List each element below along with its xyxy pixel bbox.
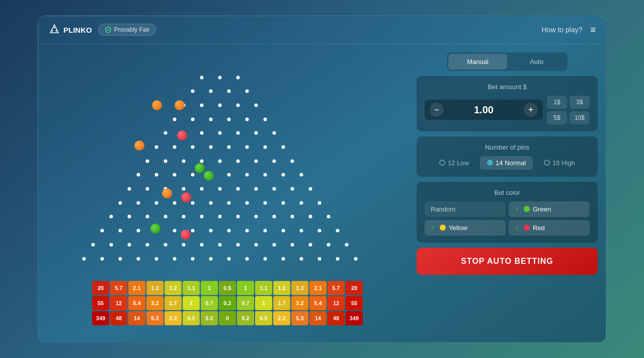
pin	[282, 173, 285, 177]
mult-cell: 2.2	[165, 311, 182, 325]
pin	[209, 257, 213, 260]
pin	[282, 145, 285, 149]
bet-color-label: Bet color	[425, 189, 590, 196]
right-panel: Manual Auto Bet amount $ − 1.00 + 1$3$5$…	[417, 52, 598, 334]
color-option-label: Red	[533, 224, 545, 232]
quick-bet-button-10$[interactable]: 10$	[570, 111, 590, 124]
mult-cell: 5.3	[146, 311, 164, 325]
mult-cell: 1	[201, 281, 218, 295]
mult-cell: 14	[309, 311, 327, 325]
quick-bet-button-1$[interactable]: 1$	[547, 96, 567, 109]
pin	[255, 131, 258, 135]
check-icon: ✓	[515, 205, 520, 212]
pin	[119, 257, 122, 260]
manual-tab[interactable]: Manual	[448, 54, 507, 69]
pin	[246, 90, 249, 93]
pin	[227, 257, 231, 260]
pin	[173, 201, 177, 204]
mult-cell: 1.2	[273, 281, 290, 295]
mult-cell: 0.5	[183, 311, 200, 325]
mult-cell: 3.2	[291, 296, 308, 310]
bet-input-area: − 1.00 +	[425, 100, 543, 120]
shield-icon	[105, 26, 112, 33]
pin	[318, 257, 321, 260]
color-grid: Random✓Green✓Yellow✓Red	[425, 201, 590, 236]
pin	[309, 243, 312, 246]
pin	[200, 187, 204, 191]
mult-cell: 0.7	[237, 296, 254, 310]
color-option-label: Yellow	[449, 224, 467, 232]
pin	[200, 243, 204, 246]
pin	[155, 173, 158, 177]
pin	[173, 257, 177, 260]
logo-icon	[48, 24, 60, 36]
header-left: PLINKO Provably Fair	[48, 24, 156, 36]
ball-orange	[162, 188, 172, 198]
quick-bet-button-3$[interactable]: 3$	[570, 96, 590, 109]
pin	[191, 173, 195, 177]
color-dot-red	[524, 225, 530, 231]
pin	[246, 117, 249, 121]
pin	[273, 131, 276, 135]
auto-tab[interactable]: Auto	[507, 54, 566, 69]
bet-amount-label: Bet amount $	[425, 83, 590, 91]
color-dot-green	[524, 206, 530, 212]
pin	[173, 117, 177, 121]
mult-cell: 1.3	[291, 281, 308, 295]
pin	[282, 201, 285, 204]
ball-green	[204, 171, 214, 181]
pin	[291, 215, 294, 219]
mult-cell: 0.2	[219, 296, 236, 310]
quick-bets: 1$3$5$10$	[547, 96, 590, 124]
pin	[209, 90, 213, 93]
svg-point-1	[52, 30, 53, 32]
bet-amount-card: Bet amount $ − 1.00 + 1$3$5$10$	[417, 76, 598, 131]
pin	[83, 257, 86, 260]
stop-auto-betting-button[interactable]: STOP AUTO BETTING	[417, 248, 598, 275]
pin-option-normal[interactable]: 14 Normal	[480, 156, 533, 170]
mult-cell: 20	[92, 281, 109, 295]
mult-cell: 2.1	[309, 281, 327, 295]
color-option-red[interactable]: ✓Red	[509, 220, 590, 236]
color-option-yellow[interactable]: ✓Yellow	[425, 220, 506, 236]
pin	[246, 201, 249, 204]
pin	[264, 257, 267, 260]
pin	[291, 159, 294, 163]
pin	[173, 229, 177, 233]
mult-cell: 12	[328, 296, 345, 310]
mult-cell: 1.2	[165, 281, 182, 295]
bet-minus-button[interactable]: −	[430, 103, 444, 117]
mult-cell: 1	[183, 296, 200, 310]
pin	[173, 145, 177, 149]
provably-fair-badge[interactable]: Provably Fair	[98, 24, 156, 36]
check-icon: ✓	[515, 224, 520, 231]
mult-cell: 48	[110, 311, 127, 325]
pin	[218, 243, 222, 246]
pin-option-high[interactable]: 16 High	[537, 156, 582, 170]
pin	[209, 201, 213, 204]
pin	[209, 145, 213, 149]
pin	[327, 215, 331, 219]
pin	[255, 103, 258, 107]
pin	[218, 159, 222, 163]
pin	[218, 76, 222, 79]
provably-fair-text: Provably Fair	[114, 26, 150, 33]
multiplier-row-row1: 205.72.11.31.21.110.511.11.21.32.15.720	[87, 281, 368, 295]
pin	[137, 201, 140, 204]
pin	[227, 201, 231, 204]
mult-cell: 1.7	[273, 296, 290, 310]
pin	[128, 243, 131, 246]
pin	[264, 229, 267, 233]
quick-bet-button-5$[interactable]: 5$	[547, 111, 567, 124]
menu-icon[interactable]: ≡	[590, 25, 596, 35]
color-option-green[interactable]: ✓Green	[509, 201, 590, 217]
pin-option-low[interactable]: 12 Low	[432, 156, 476, 170]
mult-cell: 5.4	[309, 296, 327, 310]
color-option-random[interactable]: Random	[425, 201, 506, 217]
bet-plus-button[interactable]: +	[524, 103, 538, 117]
pin	[300, 173, 303, 177]
how-to-play-link[interactable]: How to play?	[542, 26, 583, 34]
pin	[146, 243, 149, 246]
pin-option-label: 12 Low	[448, 159, 469, 167]
pin	[137, 257, 140, 260]
